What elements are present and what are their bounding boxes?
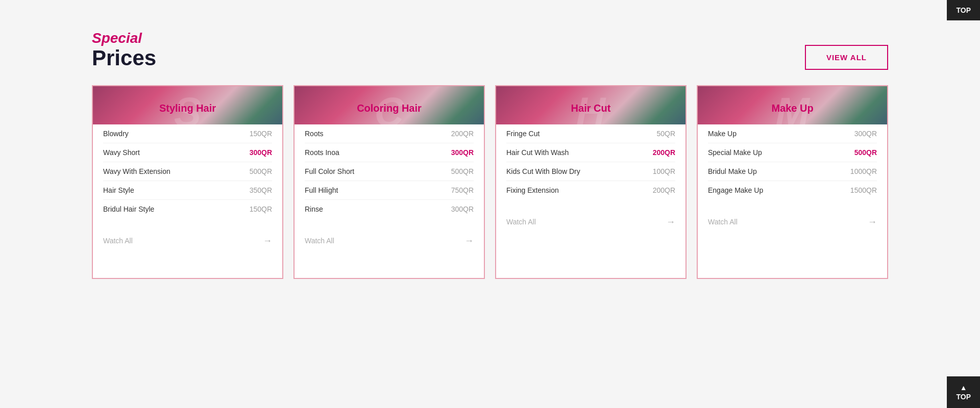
watch-all-arrow-icon: → <box>868 217 877 227</box>
card-coloring-hair: C Coloring Hair Roots 200QR Roots Inoa 3… <box>293 85 485 279</box>
price-row: Bridul Make Up 1000QR <box>708 162 877 181</box>
price-value: 150QR <box>250 130 272 138</box>
price-name: Kids Cut With Blow Dry <box>506 167 580 175</box>
card-body: Roots 200QR Roots Inoa 300QR Full Color … <box>295 124 484 254</box>
price-name: Fringe Cut <box>506 130 540 138</box>
watch-all-link[interactable]: Watch All → <box>93 228 282 254</box>
price-row: Wavy Short 300QR <box>103 143 272 162</box>
card-content: Roots 200QR Roots Inoa 300QR Full Color … <box>295 124 484 228</box>
price-row: Hair Cut With Wash 200QR <box>506 143 675 162</box>
card-content: Fringe Cut 50QR Hair Cut With Wash 200QR… <box>496 124 685 210</box>
price-name: Wavy With Extension <box>103 167 170 175</box>
price-row: Full Hilight 750QR <box>305 181 474 200</box>
price-value: 100QR <box>653 167 675 175</box>
section-title: Special Prices <box>92 31 156 70</box>
card-title: Coloring Hair <box>295 86 484 124</box>
price-value: 50QR <box>656 130 675 138</box>
price-value: 500QR <box>250 167 272 175</box>
watch-all-link[interactable]: Watch All → <box>496 210 685 236</box>
price-name: Fixing Extension <box>506 186 559 194</box>
watch-all-label: Watch All <box>506 218 536 226</box>
card-styling-hair: S Styling Hair Blowdry 150QR Wavy Short … <box>92 85 283 279</box>
watch-all-label: Watch All <box>305 237 334 245</box>
watch-all-arrow-icon: → <box>666 217 675 227</box>
top-button-bottom[interactable]: ▲ TOP <box>947 376 980 408</box>
price-row: Rinse 300QR <box>305 200 474 218</box>
price-row: Hair Style 350QR <box>103 181 272 200</box>
price-value: 200QR <box>653 148 675 157</box>
watch-all-arrow-icon: → <box>464 236 474 246</box>
section-title-prices: Prices <box>92 46 156 70</box>
price-row: Fringe Cut 50QR <box>506 124 675 143</box>
card-title: Hair Cut <box>496 86 685 124</box>
card-content: Make Up 300QR Special Make Up 500QR Brid… <box>698 124 887 210</box>
price-name: Rinse <box>305 205 323 213</box>
cards-grid: S Styling Hair Blowdry 150QR Wavy Short … <box>92 85 888 279</box>
price-name: Engage Make Up <box>708 186 763 194</box>
price-row: Kids Cut With Blow Dry 100QR <box>506 162 675 181</box>
section-title-special: Special <box>92 31 156 46</box>
price-name: Blowdry <box>103 130 129 138</box>
price-row: Special Make Up 500QR <box>708 143 877 162</box>
price-name: Bridul Make Up <box>708 167 757 175</box>
top-button-top[interactable]: TOP <box>947 0 980 20</box>
price-value: 300QR <box>451 148 474 157</box>
price-name: Special Make Up <box>708 148 762 157</box>
watch-all-arrow-icon: → <box>263 236 272 246</box>
watch-all-label: Watch All <box>103 237 133 245</box>
price-name: Make Up <box>708 130 737 138</box>
price-name: Hair Style <box>103 186 134 194</box>
watch-all-label: Watch All <box>708 218 738 226</box>
price-value: 300QR <box>250 148 272 157</box>
price-name: Bridul Hair Style <box>103 205 154 213</box>
price-row: Engage Make Up 1500QR <box>708 181 877 199</box>
card-make-up: M Make Up Make Up 300QR Special Make Up … <box>697 85 888 279</box>
top-button-bottom-label: TOP <box>956 393 971 401</box>
price-row: Make Up 300QR <box>708 124 877 143</box>
watch-all-link[interactable]: Watch All → <box>698 210 887 236</box>
price-row: Fixing Extension 200QR <box>506 181 675 199</box>
price-name: Hair Cut With Wash <box>506 148 569 157</box>
view-all-button[interactable]: VIEW ALL <box>805 45 888 70</box>
price-value: 500QR <box>451 167 474 175</box>
price-value: 300QR <box>451 205 474 213</box>
card-title: Make Up <box>698 86 887 124</box>
price-name: Roots Inoa <box>305 148 339 157</box>
card-body: Fringe Cut 50QR Hair Cut With Wash 200QR… <box>496 124 685 236</box>
price-row: Wavy With Extension 500QR <box>103 162 272 181</box>
price-name: Wavy Short <box>103 148 140 157</box>
section-header: Special Prices VIEW ALL <box>92 31 888 70</box>
card-content: Blowdry 150QR Wavy Short 300QR Wavy With… <box>93 124 282 228</box>
price-value: 200QR <box>653 186 675 194</box>
price-value: 500QR <box>854 148 877 157</box>
price-name: Full Color Short <box>305 167 354 175</box>
price-row: Blowdry 150QR <box>103 124 272 143</box>
card-title: Styling Hair <box>93 86 282 124</box>
price-row: Roots Inoa 300QR <box>305 143 474 162</box>
price-name: Full Hilight <box>305 186 338 194</box>
price-value: 750QR <box>451 186 474 194</box>
card-body: Make Up 300QR Special Make Up 500QR Brid… <box>698 124 887 236</box>
price-value: 1000QR <box>850 167 877 175</box>
price-value: 300QR <box>854 130 877 138</box>
price-value: 350QR <box>250 186 272 194</box>
arrow-up-icon: ▲ <box>960 384 967 392</box>
price-row: Roots 200QR <box>305 124 474 143</box>
price-row: Full Color Short 500QR <box>305 162 474 181</box>
card-body: Blowdry 150QR Wavy Short 300QR Wavy With… <box>93 124 282 254</box>
card-hair-cut: H Hair Cut Fringe Cut 50QR Hair Cut With… <box>495 85 687 279</box>
price-value: 1500QR <box>850 186 877 194</box>
price-value: 200QR <box>451 130 474 138</box>
price-value: 150QR <box>250 205 272 213</box>
price-row: Bridul Hair Style 150QR <box>103 200 272 218</box>
watch-all-link[interactable]: Watch All → <box>295 228 484 254</box>
special-prices-section: Special Prices VIEW ALL S Styling Hair B… <box>0 0 980 320</box>
price-name: Roots <box>305 130 324 138</box>
